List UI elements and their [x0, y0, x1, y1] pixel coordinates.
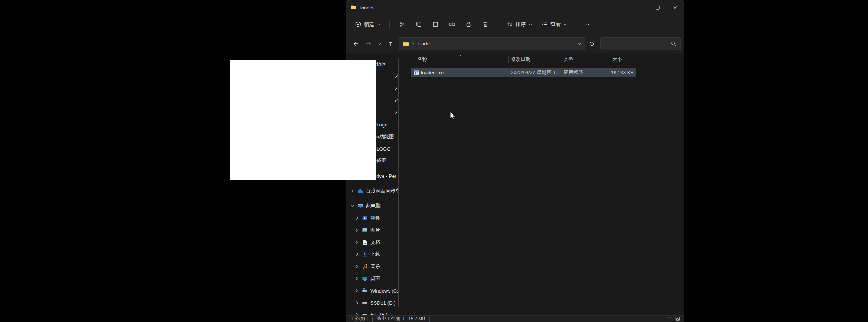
- chevron-right-icon: [355, 301, 359, 305]
- search-input[interactable]: [604, 41, 671, 46]
- new-button[interactable]: 新建: [352, 18, 384, 31]
- back-button[interactable]: [350, 38, 362, 50]
- baidu-cloud-icon: [357, 188, 363, 194]
- file-list: 名称 修改日期 类型 大小 loader.exe 2023/04/27 星期四 …: [399, 53, 684, 315]
- sort-button[interactable]: 排序: [503, 18, 536, 31]
- forward-button[interactable]: [363, 38, 374, 50]
- share-icon: [465, 21, 472, 28]
- documents-icon: [362, 239, 368, 245]
- column-divider[interactable]: [604, 56, 604, 63]
- exe-file-icon: [413, 69, 419, 75]
- address-bar: loader: [346, 34, 684, 53]
- status-divider: |: [429, 316, 430, 322]
- column-header-name[interactable]: 名称: [417, 53, 427, 65]
- music-icon: [362, 263, 368, 270]
- chevron-down-icon: [563, 23, 567, 26]
- share-button[interactable]: [461, 18, 476, 31]
- desktop: loader 新建: [0, 0, 868, 322]
- window-title: loader: [360, 5, 374, 11]
- chevron-right-icon: [355, 277, 359, 280]
- plus-circle-icon: [355, 21, 361, 28]
- more-button[interactable]: [579, 18, 594, 31]
- close-button[interactable]: [666, 0, 684, 15]
- file-size: 16,138 KB: [611, 70, 634, 75]
- column-divider[interactable]: [508, 56, 509, 63]
- sort-icon: [507, 21, 513, 28]
- address-dropdown-icon[interactable]: [578, 42, 581, 46]
- chevron-right-icon: [355, 313, 359, 315]
- chevron-right-icon: [355, 216, 359, 220]
- chevron-right-icon: [355, 265, 359, 268]
- maximize-button[interactable]: [649, 0, 666, 15]
- sidebar-item-desktop[interactable]: 桌面: [346, 273, 399, 285]
- sidebar-item-pictures[interactable]: 图片: [346, 224, 399, 236]
- view-icon: [541, 21, 548, 28]
- status-bar: 1 个项目 | 选中 1 个项目 15.7 MB |: [346, 315, 684, 322]
- breadcrumb-chevron-icon: [412, 42, 415, 45]
- up-button[interactable]: [385, 38, 396, 50]
- computer-icon: [357, 203, 363, 209]
- copy-button[interactable]: [412, 18, 426, 31]
- drive-icon: [362, 311, 368, 315]
- sidebar-item-drive-c[interactable]: Windows (C:): [346, 285, 399, 297]
- status-selection-count: 选中 1 个项目: [377, 316, 404, 322]
- delete-button[interactable]: [478, 18, 492, 31]
- file-row-loader-exe[interactable]: loader.exe 2023/04/27 星期四 1... 应用程序 16,1…: [411, 68, 636, 77]
- chevron-right-icon: [355, 240, 359, 244]
- sidebar-item-downloads[interactable]: 下载: [346, 248, 399, 260]
- command-bar: 新建: [346, 15, 684, 34]
- column-divider[interactable]: [636, 56, 636, 63]
- file-explorer-window: loader 新建: [346, 0, 684, 322]
- recent-locations-button[interactable]: [375, 38, 384, 50]
- content-area: 访问 Logo: [346, 53, 684, 315]
- file-type: 应用程序: [564, 69, 583, 76]
- address-breadcrumb[interactable]: loader: [399, 37, 585, 50]
- scrollbar-thumb[interactable]: [398, 58, 399, 307]
- folder-icon: [403, 41, 409, 47]
- column-header-size[interactable]: 大小: [612, 53, 622, 65]
- chevron-down-icon: [351, 204, 355, 208]
- file-date-modified: 2023/04/27 星期四 1...: [511, 69, 559, 76]
- breadcrumb-segment[interactable]: loader: [418, 41, 431, 46]
- sidebar-item-drive-d[interactable]: SSDo1 (D:): [346, 297, 399, 309]
- view-toggles: [666, 316, 681, 322]
- status-selection-size: 15.7 MB: [408, 316, 425, 322]
- videos-icon: [362, 215, 368, 221]
- divider: [498, 20, 498, 29]
- column-header-type[interactable]: 类型: [564, 53, 573, 65]
- sort-ascending-icon: [458, 54, 462, 57]
- sidebar-item-documents[interactable]: 文档: [346, 236, 399, 248]
- chevron-right-icon: [355, 252, 359, 256]
- status-divider: |: [372, 316, 373, 322]
- title-bar[interactable]: loader: [346, 0, 684, 15]
- thumbnail-view-button[interactable]: [675, 316, 681, 322]
- cut-button[interactable]: [395, 18, 409, 31]
- chevron-right-icon: [355, 228, 359, 232]
- pictures-icon: [362, 227, 368, 233]
- details-view-button[interactable]: [666, 316, 672, 322]
- mouse-cursor: [450, 112, 456, 121]
- sidebar-item-baidu-netdisk[interactable]: 百度网盘同步空间: [346, 185, 399, 197]
- quick-access-label-partial: 访问: [376, 61, 386, 68]
- sidebar-item-videos[interactable]: 视频: [346, 212, 399, 224]
- folder-icon: [351, 5, 357, 11]
- refresh-button[interactable]: [586, 38, 598, 50]
- file-name: loader.exe: [421, 70, 444, 75]
- downloads-icon: [362, 251, 368, 257]
- desktop-icon: [362, 276, 368, 282]
- ellipsis-icon: [584, 21, 590, 28]
- rename-button[interactable]: [445, 18, 459, 31]
- chevron-down-icon: [528, 23, 532, 26]
- sidebar-item-drive-f[interactable]: File (F:): [346, 308, 399, 315]
- sidebar-item-this-pc[interactable]: 此电脑: [346, 200, 399, 212]
- sidebar-item-music[interactable]: 音乐: [346, 260, 399, 273]
- drive-icon: [362, 300, 368, 306]
- rename-icon: [449, 21, 455, 28]
- paste-button[interactable]: [428, 18, 442, 31]
- column-divider[interactable]: [561, 56, 561, 63]
- column-header-date[interactable]: 修改日期: [511, 53, 530, 65]
- blank-white-window: [230, 60, 376, 180]
- divider: [389, 20, 390, 29]
- minimize-button[interactable]: [631, 0, 649, 15]
- view-button[interactable]: 查看: [538, 18, 570, 31]
